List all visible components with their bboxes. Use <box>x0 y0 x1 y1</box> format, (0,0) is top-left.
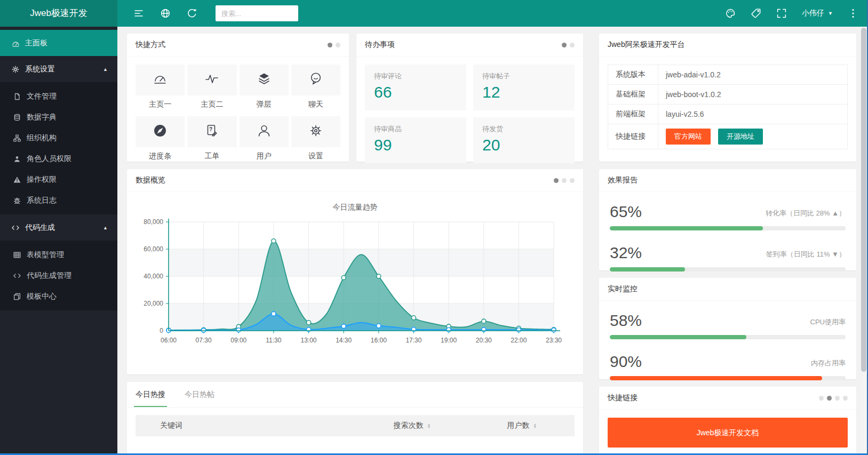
column-header-keyword: 关键词 <box>136 421 355 430</box>
fullscreen-icon[interactable] <box>776 8 787 19</box>
header-left <box>117 5 298 21</box>
theme-palette-icon[interactable] <box>725 8 736 19</box>
tab-hot-posts[interactable]: 今日热帖 <box>185 382 214 407</box>
sidebar-item-data-dictionary[interactable]: 数据字典 <box>0 107 117 127</box>
chevron-up-icon: ▲ <box>103 225 108 230</box>
todo-pending-shipments[interactable]: 待发货 20 <box>473 117 575 163</box>
open-source-button[interactable]: 开源地址 <box>718 129 763 145</box>
sidebar-item-system-settings[interactable]: 系统设置 ▲ <box>0 56 117 82</box>
svg-text:60,000: 60,000 <box>144 245 163 253</box>
user-icon <box>257 123 272 140</box>
sidebar-item-codegen-management[interactable]: 代码生成管理 <box>0 265 117 286</box>
svg-text:09:00: 09:00 <box>230 337 246 344</box>
column-header-user-count[interactable]: 用户数 ▲▼ <box>507 421 537 430</box>
progress-bar <box>610 226 846 230</box>
sidebar-item-label: 文件管理 <box>27 92 57 101</box>
carousel-dot[interactable] <box>336 43 340 47</box>
metric-value: 65% <box>610 203 642 221</box>
scrollbar-thumb[interactable] <box>861 28 866 372</box>
app-window: Jweb极速开发 小伟仔 ▼ <box>0 0 868 455</box>
code-icon <box>13 272 21 280</box>
carousel-dot[interactable] <box>562 178 567 183</box>
more-options-icon[interactable] <box>848 8 858 19</box>
card-title: 快捷链接 <box>608 393 638 403</box>
carousel-dot[interactable] <box>843 396 848 401</box>
info-value: jweb-boot-v1.0.2 <box>658 85 848 105</box>
sidebar-item-file-management[interactable]: 文件管理 <box>0 86 117 107</box>
carousel-dot[interactable] <box>570 178 575 183</box>
todo-label: 待审评论 <box>374 71 457 81</box>
shortcut-chat[interactable]: 聊天 <box>291 65 340 109</box>
app-logo[interactable]: Jweb极速开发 <box>0 0 117 27</box>
sidebar-item-role-permissions[interactable]: 角色人员权限 <box>0 148 117 169</box>
card-title: 待办事项 <box>365 40 395 50</box>
sidebar-item-system-logs[interactable]: 系统日志 <box>0 190 117 211</box>
chart-title: 今日流量趋势 <box>127 203 583 212</box>
tag-icon[interactable] <box>751 8 761 19</box>
todo-pending-posts[interactable]: 待审帖子 12 <box>473 65 575 110</box>
effect-report-card: 效果报告 65% 转化率（日同比 28% ▲） 32% <box>599 169 856 270</box>
todo-pending-comments[interactable]: 待审评论 66 <box>365 65 466 110</box>
sidebar-group-code-generation: 表模型管理 代码生成管理 模板中心 <box>0 241 117 310</box>
carousel-dot[interactable] <box>328 43 332 47</box>
shortcut-workorder[interactable]: ? 工单 <box>187 116 236 161</box>
svg-text:06:00: 06:00 <box>161 337 177 344</box>
tab-hot-search[interactable]: 今日热搜 <box>136 382 165 407</box>
table-icon <box>13 251 21 259</box>
carousel-dot[interactable] <box>835 396 840 401</box>
card-title: Jweb阿呆极速开发平台 <box>608 40 685 50</box>
carousel-dot[interactable] <box>554 178 559 183</box>
shortcut-home2[interactable]: 主页二 <box>187 65 236 109</box>
globe-icon[interactable] <box>160 8 171 19</box>
shortcut-layer[interactable]: 弹层 <box>240 65 289 109</box>
sidebar-item-label: 数据字典 <box>27 113 57 122</box>
svg-text:80,000: 80,000 <box>144 218 163 226</box>
svg-text:14:30: 14:30 <box>336 337 352 344</box>
svg-text:19:00: 19:00 <box>441 337 457 344</box>
shortcut-progress[interactable]: 进度条 <box>136 116 185 161</box>
page-scrollbar[interactable] <box>861 27 867 453</box>
carousel-dot[interactable] <box>562 43 567 47</box>
sidebar-item-dashboard[interactable]: 主面板 <box>0 30 117 56</box>
sort-icon[interactable]: ▲▼ <box>533 423 537 428</box>
sort-icon[interactable]: ▲▼ <box>427 423 431 428</box>
hot-search-card: 今日热搜 今日热帖 关键词 搜索次数 ▲▼ 用户数 ▲▼ <box>127 382 583 455</box>
info-value: layui-v2.5.6 <box>658 105 848 124</box>
username: 小伟仔 <box>802 9 824 18</box>
chat-icon <box>308 71 323 89</box>
sidebar-item-organization[interactable]: 组织机构 <box>0 127 117 148</box>
docs-link-button[interactable]: Jweb极速开发文档 <box>608 418 848 448</box>
sidebar-item-code-generation[interactable]: 代码生成 ▲ <box>0 214 117 241</box>
main-content: 快捷方式 主页一 <box>117 27 868 455</box>
metric-value: 90% <box>610 353 642 371</box>
metric-label: 转化率（日同比 28% ▲） <box>766 209 846 221</box>
left-column: 快捷方式 主页一 <box>127 34 583 455</box>
sidebar-item-template-center[interactable]: 模板中心 <box>0 286 117 307</box>
user-menu[interactable]: 小伟仔 ▼ <box>802 9 833 18</box>
column-header-search-count[interactable]: 搜索次数 ▲▼ <box>394 421 431 430</box>
shortcut-home1[interactable]: 主页一 <box>136 65 185 109</box>
search-input[interactable] <box>216 5 298 21</box>
menu-toggle-icon[interactable] <box>133 8 144 19</box>
carousel-dot[interactable] <box>827 396 832 401</box>
sidebar-item-operation-permissions[interactable]: 操作权限 <box>0 169 117 190</box>
shortcut-settings[interactable]: 设置 <box>291 116 340 161</box>
column-label: 搜索次数 <box>394 421 424 430</box>
shortcut-user[interactable]: 用户 <box>240 116 289 161</box>
sidebar-item-label: 代码生成管理 <box>27 271 71 281</box>
sidebar-item-label: 组织机构 <box>27 133 57 143</box>
database-icon <box>13 114 21 121</box>
sidebar-group-system-settings: 文件管理 数据字典 组织机构 角色人员权限 操作权限 <box>0 82 117 214</box>
carousel-dot[interactable] <box>570 43 575 47</box>
shortcut-label: 工单 <box>187 151 236 161</box>
refresh-icon[interactable] <box>187 8 197 19</box>
carousel-dot[interactable] <box>819 396 824 401</box>
chevron-down-icon: ▼ <box>828 11 833 16</box>
sidebar-item-table-model[interactable]: 表模型管理 <box>0 244 117 265</box>
official-site-button[interactable]: 官方网站 <box>666 129 711 145</box>
todo-count: 66 <box>374 83 457 101</box>
info-label: 快捷链接 <box>608 124 658 149</box>
table-header-row: 关键词 搜索次数 ▲▼ 用户数 ▲▼ <box>136 415 575 436</box>
carousel-dots <box>554 178 575 183</box>
todo-pending-products[interactable]: 待审商品 99 <box>365 117 466 163</box>
